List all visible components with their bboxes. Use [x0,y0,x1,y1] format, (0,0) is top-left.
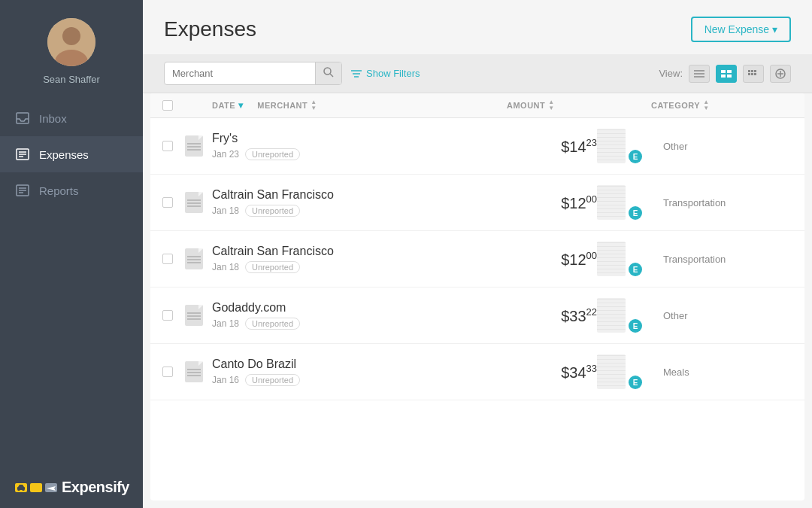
page-title: Expenses [164,17,256,41]
table-row[interactable]: Caltrain San Francisco Jan 18 Unreported… [150,231,804,287]
table-row[interactable]: Godaddy.com Jan 18 Unreported $3322 E Ot… [150,287,804,344]
svg-rect-3 [17,113,29,123]
logo-icon-plane [45,483,57,492]
expense-merchant: Godaddy.com [212,301,507,315]
th-amount: AMOUNT ▲▼ [507,99,597,111]
svg-rect-29 [754,70,756,72]
expense-date: Jan 23 [212,149,239,160]
expenses-table: DATE ▾ MERCHANT ▲▼ AMOUNT ▲▼ CATEGORY ▲▼ [150,93,804,500]
expense-tag: Unreported [245,148,300,160]
row-checkbox-1[interactable] [162,197,173,208]
th-date: DATE ▾ MERCHANT ▲▼ [212,99,507,111]
row-checkbox-4[interactable] [162,367,173,377]
logo-icons [15,483,57,492]
expense-receipt: E [597,298,642,333]
expense-tag: Unreported [245,205,300,217]
expense-date: Jan 16 [212,375,239,385]
expense-tag: Unreported [245,374,300,386]
expense-amount: $1200 [507,250,597,269]
expense-date: Jan 18 [212,262,239,272]
sidebar: Sean Shaffer Inbox Expenses [0,0,143,508]
svg-rect-30 [748,73,750,75]
expense-rows: Fry's Jan 23 Unreported $1423 E Other [150,118,804,400]
svg-rect-26 [727,75,732,78]
expense-amount: $1200 [507,193,597,212]
expense-date: Jan 18 [212,205,239,216]
main-header: Expenses New Expense ▾ [143,0,812,54]
row-checkbox-0[interactable] [162,141,173,151]
reports-icon [15,183,30,198]
expense-tag: Unreported [245,261,300,273]
search-button[interactable] [315,62,341,84]
sidebar-item-expenses[interactable]: Expenses [0,136,143,172]
expense-category: Meals [651,367,801,378]
th-category: CATEGORY ▲▼ [651,99,710,111]
expense-tag: Unreported [245,318,300,330]
sidebar-item-inbox[interactable]: Inbox [0,100,143,136]
view-label: View: [659,68,683,79]
sidebar-item-inbox-label: Inbox [39,112,67,125]
expense-receipt: E [597,129,642,163]
document-icon [185,248,203,269]
svg-rect-31 [751,73,753,75]
user-profile: Sean Shaffer [0,0,143,100]
new-expense-button[interactable]: New Expense ▾ [691,17,791,42]
expense-receipt: E [597,354,642,389]
expense-amount: $1423 [507,137,597,156]
receipt-thumbnail [597,185,626,220]
svg-rect-25 [721,75,726,78]
sidebar-item-reports-label: Reports [39,184,79,197]
show-filters-label: Show Filters [366,68,420,79]
svg-rect-27 [748,70,750,72]
expense-merchant: Caltrain San Francisco [212,188,507,202]
expense-amount: $3322 [507,306,597,325]
toolbar-right: View: [659,65,791,83]
expense-merchant: Caltrain San Francisco [212,245,507,258]
logo-text: Expensify [62,479,129,496]
username: Sean Shaffer [43,74,100,85]
receipt-thumbnail [597,298,626,333]
sidebar-item-reports[interactable]: Reports [0,172,143,208]
svg-rect-23 [721,70,726,73]
expense-category: Other [651,141,801,152]
table-row[interactable]: Fry's Jan 23 Unreported $1423 E Other [150,118,804,175]
view-detail-button[interactable] [716,65,737,83]
receipt-thumbnail [597,354,626,389]
receipt-badge: E [629,376,642,389]
sidebar-item-expenses-label: Expenses [39,148,89,161]
main-content: Expenses New Expense ▾ Sho [143,0,812,508]
inbox-icon [15,111,30,126]
view-plus-button[interactable] [770,65,791,83]
expense-receipt: E [597,185,642,220]
logo-icon-receipt [30,483,42,492]
show-filters-button[interactable]: Show Filters [351,68,420,79]
expense-category: Transportation [651,254,801,265]
expense-amount: $3433 [507,363,597,382]
table-row[interactable]: Caltrain San Francisco Jan 18 Unreported… [150,175,804,231]
document-icon [185,192,203,213]
expense-date: Jan 18 [212,318,239,329]
expense-merchant: Canto Do Brazil [212,357,507,371]
expense-category: Other [651,310,801,321]
document-icon [185,135,203,157]
receipt-badge: E [629,150,642,163]
row-checkbox-3[interactable] [162,310,173,321]
app-logo: Expensify [0,467,143,508]
svg-line-16 [330,74,333,77]
expenses-icon [15,147,30,162]
select-all-checkbox[interactable] [162,100,173,111]
view-list-button[interactable] [689,65,710,83]
row-checkbox-2[interactable] [162,254,173,264]
receipt-thumbnail [597,129,626,163]
table-row[interactable]: Canto Do Brazil Jan 16 Unreported $3433 … [150,344,804,400]
view-grid-button[interactable] [743,65,764,83]
search-input[interactable] [165,63,315,84]
search-wrapper [164,62,342,85]
receipt-thumbnail [597,242,626,276]
receipt-badge: E [629,319,642,333]
document-icon [185,361,203,382]
toolbar-left: Show Filters [164,62,420,85]
svg-rect-28 [751,70,753,72]
expense-category: Transportation [651,197,801,208]
table-header: DATE ▾ MERCHANT ▲▼ AMOUNT ▲▼ CATEGORY ▲▼ [150,93,804,118]
